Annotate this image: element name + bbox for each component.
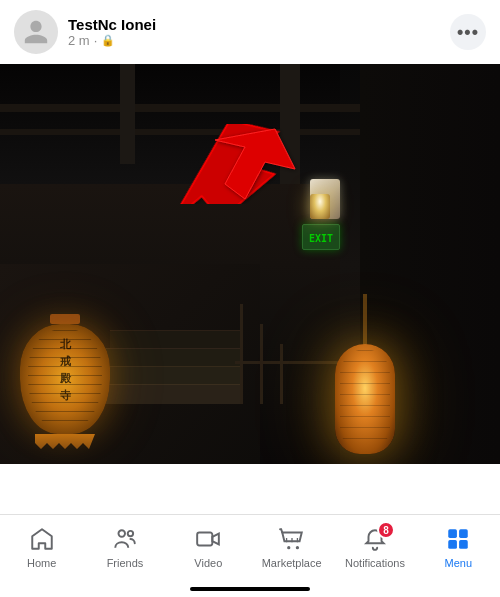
nav-item-friends[interactable]: Friends	[83, 523, 166, 569]
video-icon	[194, 525, 222, 553]
nav-label-marketplace: Marketplace	[262, 557, 322, 569]
lantern-left: 北 戒 殿 寺	[20, 314, 110, 444]
svg-rect-9	[459, 540, 468, 549]
avatar[interactable]	[14, 10, 58, 54]
lantern-body-right	[335, 344, 395, 454]
nav-item-notifications[interactable]: 8 Notifications	[333, 523, 416, 569]
svg-rect-8	[449, 540, 458, 549]
avatar-icon	[22, 18, 50, 46]
notifications-badge: 8	[377, 521, 395, 539]
bottom-nav: Home Friends Video	[0, 514, 500, 597]
svg-rect-3	[197, 533, 212, 546]
bottom-home-indicator	[190, 587, 310, 591]
nav-label-friends: Friends	[107, 557, 144, 569]
nav-label-video: Video	[194, 557, 222, 569]
svg-rect-7	[459, 529, 468, 538]
nav-item-video[interactable]: Video	[167, 523, 250, 569]
marketplace-icon	[278, 525, 306, 553]
post-header: TestNc Ionei 2 m · 🔒 •••	[0, 0, 500, 64]
step-4	[110, 330, 240, 348]
user-name: TestNc Ionei	[68, 16, 450, 33]
nav-label-home: Home	[27, 557, 56, 569]
exit-sign: EXIT	[302, 224, 340, 250]
nav-label-notifications: Notifications	[345, 557, 405, 569]
user-info: TestNc Ionei 2 m · 🔒	[68, 16, 450, 48]
nav-item-marketplace[interactable]: Marketplace	[250, 523, 333, 569]
red-arrow	[180, 124, 300, 204]
svg-point-2	[128, 531, 133, 536]
railing-post-2	[260, 324, 263, 404]
svg-point-4	[287, 546, 290, 549]
lantern-right	[330, 294, 400, 454]
wall-light	[310, 194, 330, 219]
svg-rect-6	[449, 529, 458, 538]
railing-post-1	[240, 304, 243, 404]
nav-item-home[interactable]: Home	[0, 523, 83, 569]
dot-separator: ·	[94, 33, 98, 48]
privacy-lock-icon: 🔒	[101, 34, 115, 47]
exit-text: EXIT	[309, 233, 333, 244]
menu-icon	[444, 525, 472, 553]
more-options-button[interactable]: •••	[450, 14, 486, 50]
svg-point-1	[118, 530, 125, 537]
friends-icon	[111, 525, 139, 553]
railing-post-3	[280, 344, 283, 404]
svg-point-5	[295, 546, 298, 549]
post-image: EXIT 北 戒 殿 寺	[0, 64, 500, 464]
step-3	[90, 348, 240, 366]
beam-v1	[120, 64, 135, 164]
nav-item-menu[interactable]: Menu	[417, 523, 500, 569]
home-icon	[28, 525, 56, 553]
scene-bg: EXIT 北 戒 殿 寺	[0, 64, 500, 464]
lantern-body-left: 北 戒 殿 寺	[20, 324, 110, 434]
nav-label-menu: Menu	[445, 557, 473, 569]
lantern-top-left	[50, 314, 80, 324]
user-meta: 2 m · 🔒	[68, 33, 450, 48]
notifications-icon: 8	[361, 525, 389, 553]
lantern-text: 北 戒 殿 寺	[60, 339, 71, 401]
